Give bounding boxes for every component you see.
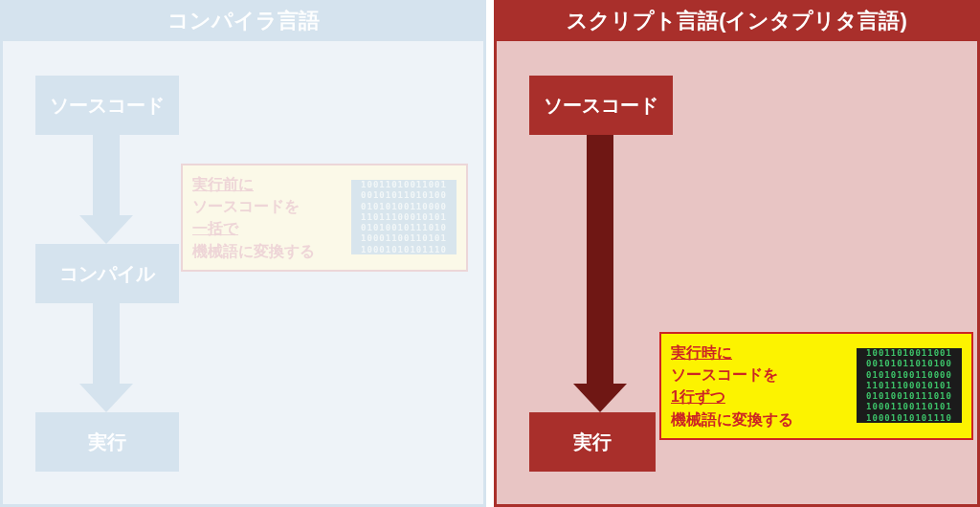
compiler-panel: コンパイラ言語 ソースコード コンパイル 実行 実行前に ソースコードを 一括で… xyxy=(0,0,486,507)
script-callout-text: 実行時に ソースコードを 1行ずつ 機械語に変換する xyxy=(671,342,847,430)
compiler-callout: 実行前に ソースコードを 一括で 機械語に変換する 10011010011001… xyxy=(181,164,468,272)
script-panel-title: スクリプト言語(インタプリタ言語) xyxy=(497,3,977,41)
arrow-icon xyxy=(93,303,133,412)
compiler-run-box: 実行 xyxy=(35,412,179,472)
binary-icon: 10011010011001 00101011010100 0101010011… xyxy=(857,348,962,423)
compiler-compile-box: コンパイル xyxy=(35,244,179,303)
script-flow: ソースコード 実行 実行時に ソースコードを 1行ずつ 機械語に変換する 100… xyxy=(497,41,977,500)
compiler-flow: ソースコード コンパイル 実行 実行前に ソースコードを 一括で 機械語に変換す… xyxy=(3,41,483,500)
arrow-icon xyxy=(93,135,133,244)
arrow-icon xyxy=(587,135,627,412)
script-callout: 実行時に ソースコードを 1行ずつ 機械語に変換する 1001101001100… xyxy=(659,332,973,440)
script-source-box: ソースコード xyxy=(529,76,673,135)
binary-icon: 10011010011001 00101011010100 0101010011… xyxy=(351,180,457,254)
script-panel: スクリプト言語(インタプリタ言語) ソースコード 実行 実行時に ソースコードを… xyxy=(494,0,980,507)
compiler-source-box: ソースコード xyxy=(35,76,179,135)
script-run-box: 実行 xyxy=(529,412,656,472)
compiler-callout-text: 実行前に ソースコードを 一括で 機械語に変換する xyxy=(192,173,342,262)
compiler-panel-title: コンパイラ言語 xyxy=(3,3,483,41)
